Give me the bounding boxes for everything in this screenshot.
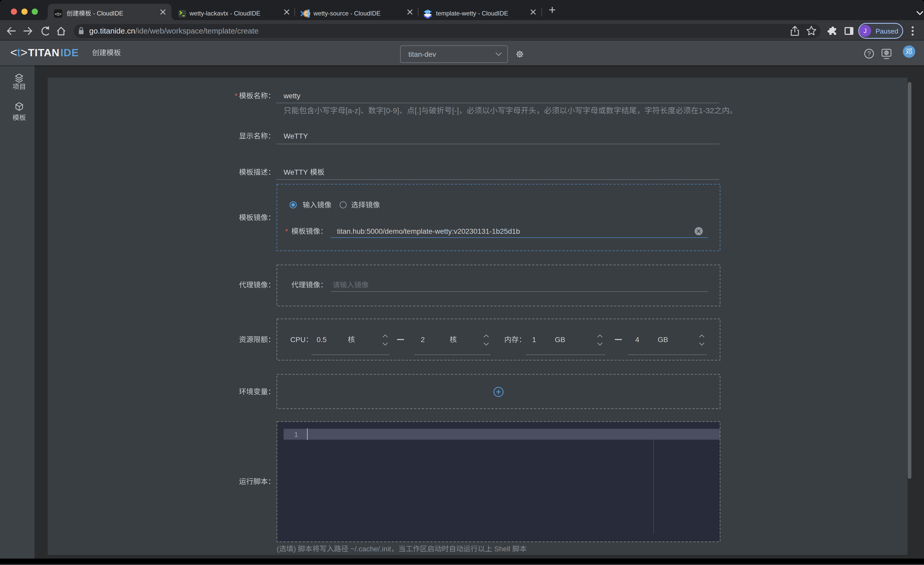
svg-text:wetty-source - CloudIDE: wetty-source - CloudIDE xyxy=(313,10,381,17)
svg-text:template-wetty - CloudIDE: template-wetty - CloudIDE xyxy=(436,10,508,17)
svg-text:Shell: Shell xyxy=(492,545,512,553)
svg-text:[0-9]: [0-9] xyxy=(384,106,399,115)
svg-text:>: > xyxy=(21,46,28,59)
svg-text:CPU: CPU xyxy=(290,336,306,344)
svg-text:GB: GB xyxy=(555,336,565,344)
svg-text:titan.hub:5000/demo/template-w: titan.hub:5000/demo/template-wetty:v2023… xyxy=(337,227,520,235)
svg-text:J: J xyxy=(864,27,867,34)
svg-text:wetty-lackavtx - CloudIDE: wetty-lackavtx - CloudIDE xyxy=(189,10,260,17)
svg-text:): ) xyxy=(293,545,298,553)
svg-text:wetty: wetty xyxy=(284,92,300,100)
svg-text:/ide/web/workspace/template/cr: /ide/web/workspace/template/create xyxy=(135,27,259,35)
svg-text:(: ( xyxy=(277,545,279,553)
svg-text:4: 4 xyxy=(635,336,639,344)
svg-text:Paused: Paused xyxy=(876,27,898,35)
svg-text:IDE: IDE xyxy=(60,47,79,59)
svg-text:1: 1 xyxy=(294,431,298,438)
svg-text:go.titanide.cn: go.titanide.cn xyxy=(89,27,135,35)
svg-text:*: * xyxy=(285,227,288,235)
svg-text:- CloudIDE: - CloudIDE xyxy=(91,10,123,17)
svg-text:*: * xyxy=(235,92,237,100)
svg-text:WeTTY: WeTTY xyxy=(284,132,308,140)
svg-text:t: t xyxy=(17,46,21,59)
svg-text:1: 1 xyxy=(532,336,536,344)
svg-text:WeTTY: WeTTY xyxy=(284,168,310,176)
svg-text:<: < xyxy=(10,46,17,59)
svg-text:[.]: [.] xyxy=(415,106,421,115)
svg-text:[-]: [-] xyxy=(452,106,459,115)
svg-text:<t>: <t> xyxy=(55,12,62,17)
svg-text:titan-dev: titan-dev xyxy=(408,50,436,58)
svg-text:TITAN: TITAN xyxy=(28,47,60,59)
svg-text:GB: GB xyxy=(658,336,668,344)
svg-text:2: 2 xyxy=(421,336,425,344)
svg-text:?: ? xyxy=(867,50,871,57)
svg-text:~/.cache/.init: ~/.cache/.init xyxy=(348,545,391,553)
svg-text:[a-z]: [a-z] xyxy=(345,106,360,115)
svg-text:0.5: 0.5 xyxy=(316,336,327,344)
svg-text:1-32: 1-32 xyxy=(699,106,714,115)
